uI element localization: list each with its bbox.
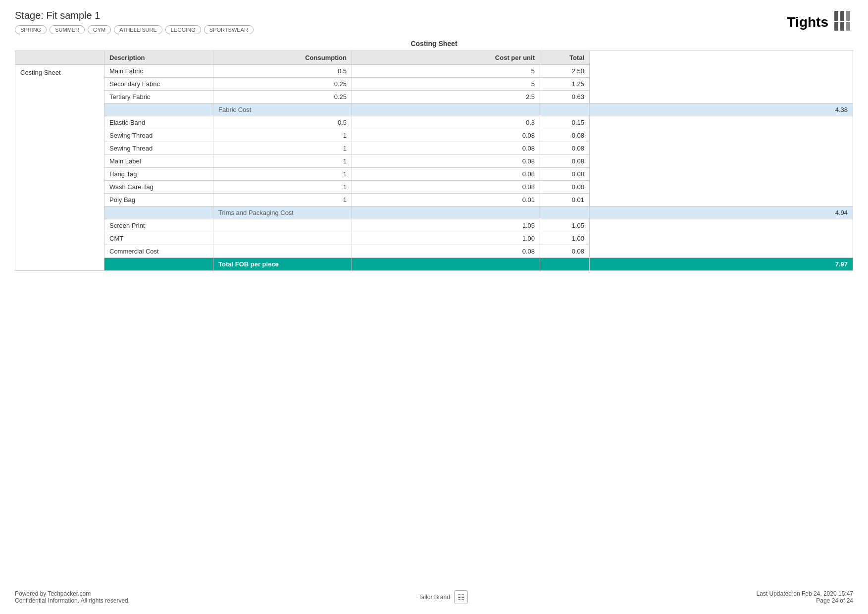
- row-total: 1.05: [540, 219, 590, 232]
- row-description: Poly Bag: [104, 194, 213, 206]
- costing-sheet-title: Costing Sheet: [15, 40, 853, 48]
- row-section: [104, 103, 213, 116]
- row-cost: 0.08: [352, 168, 540, 181]
- svg-rect-6: [846, 11, 850, 21]
- row-consumption: 1: [213, 142, 352, 155]
- header-section: [15, 51, 104, 65]
- row-total: 1.00: [540, 232, 590, 245]
- svg-rect-2: [836, 22, 838, 31]
- row-cost: 2.5: [352, 91, 540, 103]
- row-description: Commercial Cost: [104, 245, 213, 258]
- row-cost: 5: [352, 78, 540, 91]
- svg-rect-7: [846, 22, 848, 31]
- header-cost: Cost per unit: [352, 51, 540, 65]
- row-total: 4.38: [590, 103, 853, 116]
- row-cost: 5: [352, 65, 540, 78]
- row-consumption: [213, 245, 352, 258]
- row-consumption: [352, 103, 540, 116]
- row-consumption: 1: [213, 129, 352, 142]
- row-description: Sewing Thread: [104, 129, 213, 142]
- row-description: Hang Tag: [104, 168, 213, 181]
- page-footer: Powered by Techpacker.com Confidential I…: [15, 590, 853, 604]
- table-row: Trims and Packaging Cost 4.94: [15, 206, 853, 219]
- table-row: Poly Bag 1 0.01 0.01: [15, 194, 853, 206]
- row-description: Total FOB per piece: [213, 258, 352, 271]
- row-cost: [540, 103, 590, 116]
- row-section: [104, 206, 213, 219]
- header-left: Stage: Fit sample 1 SPRINGSUMMERGYMATHEL…: [15, 10, 254, 34]
- row-cost: 0.01: [352, 194, 540, 206]
- tag-item: GYM: [88, 25, 111, 34]
- row-total: 0.63: [540, 91, 590, 103]
- row-description: Sewing Thread: [104, 142, 213, 155]
- row-total: 0.08: [540, 129, 590, 142]
- table-row: Wash Care Tag 1 0.08 0.08: [15, 181, 853, 194]
- row-total: 0.01: [540, 194, 590, 206]
- table-row: Commercial Cost 0.08 0.08: [15, 245, 853, 258]
- row-description: Secondary Fabric: [104, 78, 213, 91]
- product-title: Tights: [787, 14, 828, 30]
- row-total: 7.97: [590, 258, 853, 271]
- row-description: CMT: [104, 232, 213, 245]
- tag-item: SPORTSWEAR: [204, 25, 254, 34]
- row-consumption: [352, 258, 540, 271]
- table-row: Elastic Band 0.5 0.3 0.15: [15, 116, 853, 129]
- header-right: Tights: [787, 10, 853, 35]
- row-description: Main Fabric: [104, 65, 213, 78]
- header-description: Description: [104, 51, 213, 65]
- table-row: Total FOB per piece 7.97: [15, 258, 853, 271]
- row-consumption: 0.5: [213, 65, 352, 78]
- row-cost: 0.3: [352, 116, 540, 129]
- header-consumption: Consumption: [213, 51, 352, 65]
- footer-page-number: Page 24 of 24: [757, 597, 854, 604]
- row-total: 0.08: [540, 245, 590, 258]
- table-row: CMT 1.00 1.00: [15, 232, 853, 245]
- svg-rect-1: [834, 22, 836, 31]
- row-section: [104, 258, 213, 271]
- row-cost: 0.08: [352, 129, 540, 142]
- tag-item: LEGGING: [165, 25, 201, 34]
- svg-rect-5: [842, 22, 844, 31]
- row-total: 0.08: [540, 181, 590, 194]
- table-row: Main Label 1 0.08 0.08: [15, 155, 853, 168]
- footer-right: Last Updated on Feb 24, 2020 15:47 Page …: [757, 590, 854, 604]
- table-row: Costing Sheet Main Fabric 0.5 5 2.50: [15, 65, 853, 78]
- product-icon: [833, 10, 853, 35]
- table-row: Hang Tag 1 0.08 0.08: [15, 168, 853, 181]
- row-cost: [540, 258, 590, 271]
- tag-item: SPRING: [15, 25, 47, 34]
- svg-rect-3: [840, 11, 844, 21]
- row-consumption: 0.25: [213, 91, 352, 103]
- row-consumption: [352, 206, 540, 219]
- row-total: 4.94: [590, 206, 853, 219]
- tag-item: SUMMER: [50, 25, 85, 34]
- table-row: Tertiary Fabric 0.25 2.5 0.63: [15, 91, 853, 103]
- table-row: Secondary Fabric 0.25 5 1.25: [15, 78, 853, 91]
- stage-title: Stage: Fit sample 1: [15, 10, 254, 21]
- footer-confidential: Confidential Information. All rights res…: [15, 597, 130, 604]
- row-description: Trims and Packaging Cost: [213, 206, 352, 219]
- svg-rect-0: [834, 11, 838, 21]
- row-cost: 1.00: [352, 232, 540, 245]
- row-total: 0.15: [540, 116, 590, 129]
- row-total: 0.08: [540, 155, 590, 168]
- brand-icon: ☷: [454, 590, 468, 604]
- table-row: Sewing Thread 1 0.08 0.08: [15, 129, 853, 142]
- row-total: 2.50: [540, 65, 590, 78]
- row-consumption: 0.5: [213, 116, 352, 129]
- row-description: Screen Print: [104, 219, 213, 232]
- header-total: Total: [540, 51, 590, 65]
- page-header: Stage: Fit sample 1 SPRINGSUMMERGYMATHEL…: [15, 10, 853, 35]
- row-total: 1.25: [540, 78, 590, 91]
- row-cost: 1.05: [352, 219, 540, 232]
- footer-center: Tailor Brand ☷: [418, 590, 468, 604]
- footer-brand-name: Tailor Brand: [418, 594, 450, 601]
- row-cost: [540, 206, 590, 219]
- table-header-row: Description Consumption Cost per unit To…: [15, 51, 853, 65]
- row-description: Tertiary Fabric: [104, 91, 213, 103]
- row-consumption: 1: [213, 155, 352, 168]
- row-cost: 0.08: [352, 245, 540, 258]
- row-consumption: 1: [213, 168, 352, 181]
- table-row: Sewing Thread 1 0.08 0.08: [15, 142, 853, 155]
- row-cost: 0.08: [352, 155, 540, 168]
